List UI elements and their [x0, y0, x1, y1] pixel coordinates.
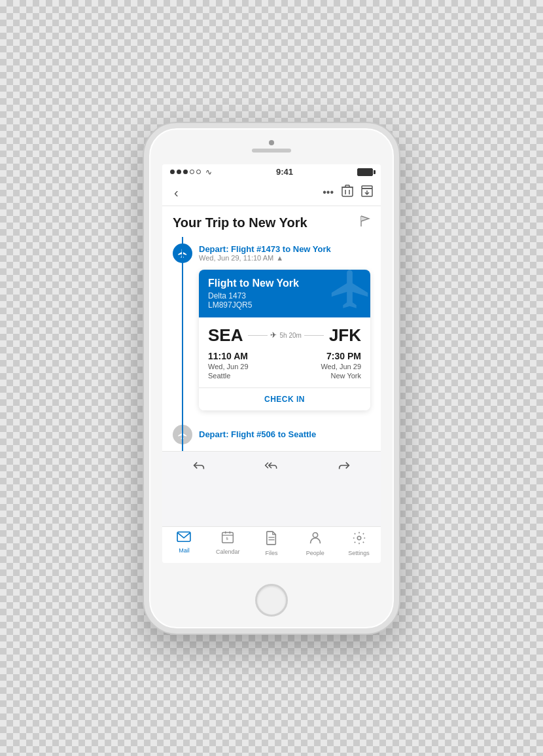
- people-icon: [308, 531, 323, 549]
- action-bar: [162, 451, 381, 482]
- tab-bar: Mail 5 Calendar: [162, 526, 381, 563]
- depart-time: 11:10 AM: [208, 351, 249, 361]
- screen: ∿ 9:41 ‹ •••: [162, 164, 381, 563]
- checkin-button[interactable]: CHECK IN: [199, 387, 370, 410]
- signal-dot-4: [190, 170, 194, 174]
- status-bar: ∿ 9:41: [162, 164, 381, 180]
- plane-watermark-icon: [328, 270, 370, 317]
- nav-actions: •••: [323, 185, 373, 200]
- phone-shell: ∿ 9:41 ‹ •••: [144, 123, 399, 634]
- people-label: People: [306, 550, 324, 556]
- arrive-date: Wed, Jun 29: [321, 363, 361, 370]
- flight-plane-icon: ✈: [270, 331, 277, 340]
- status-left: ∿: [170, 168, 212, 177]
- flight-card: Flight to New York Delta 1473 LM897JQR5: [199, 270, 370, 410]
- flag-icon[interactable]: [360, 215, 370, 230]
- arrive-code: JFK: [329, 325, 361, 346]
- tab-files[interactable]: Files: [250, 531, 294, 560]
- status-time: 9:41: [276, 167, 293, 177]
- flight-line-left: [248, 335, 268, 336]
- content-area: Your Trip to New York: [162, 206, 381, 526]
- svg-text:5: 5: [226, 537, 229, 541]
- signal-dot-5: [196, 170, 201, 174]
- flight-card-body: SEA ✈ 5h 20m JFK: [199, 317, 370, 387]
- status-right: [357, 168, 373, 176]
- files-icon: [266, 531, 277, 549]
- nav-bar: ‹ •••: [162, 180, 381, 206]
- reply-all-button[interactable]: [264, 458, 279, 476]
- timeline-bar: [182, 237, 183, 451]
- arrive-details: 7:30 PM Wed, Jun 29 New York: [321, 351, 361, 380]
- flight-card-wrapper: Flight to New York Delta 1473 LM897JQR5: [162, 270, 381, 417]
- trip-header: Your Trip to New York: [162, 206, 381, 237]
- flight-route: SEA ✈ 5h 20m JFK: [208, 325, 361, 346]
- more-button[interactable]: •••: [323, 187, 334, 198]
- flight-card-header: Flight to New York Delta 1473 LM897JQR5: [199, 270, 370, 317]
- trip-title: Your Trip to New York: [173, 215, 307, 230]
- forward-button[interactable]: [337, 458, 351, 476]
- arrive-time: 7:30 PM: [326, 351, 361, 361]
- flight-1-title: Depart: Flight #1473 to New York: [199, 244, 370, 254]
- tab-calendar[interactable]: 5 Calendar: [206, 531, 250, 560]
- settings-icon: [352, 531, 366, 549]
- reply-button[interactable]: [192, 458, 206, 476]
- battery-icon: [357, 168, 373, 176]
- tab-settings[interactable]: Settings: [337, 531, 381, 560]
- mail-label: Mail: [179, 547, 190, 554]
- flight-1-date: Wed, Jun 29, 11:10 AM ▲: [199, 254, 370, 262]
- svg-rect-0: [342, 187, 353, 196]
- flight-details: 11:10 AM Wed, Jun 29 Seattle 7:30 PM Wed…: [208, 351, 361, 380]
- flight-2-header[interactable]: Depart: Flight #506 to Seattle: [162, 418, 381, 451]
- depart-date: Wed, Jun 29: [208, 363, 249, 370]
- back-button[interactable]: ‹: [170, 184, 183, 202]
- flight-line-right: [304, 335, 324, 336]
- depart-city: Seattle: [208, 372, 249, 380]
- flight-duration: 5h 20m: [279, 332, 301, 339]
- speaker: [252, 149, 291, 153]
- svg-point-19: [313, 532, 317, 537]
- mail-icon: [177, 531, 191, 546]
- depart-code: SEA: [208, 325, 243, 346]
- flight-list: Depart: Flight #1473 to New York Wed, Ju…: [162, 237, 381, 451]
- archive-button[interactable]: [361, 185, 373, 200]
- arrive-city: New York: [331, 372, 361, 380]
- svg-rect-11: [177, 531, 190, 541]
- tab-people[interactable]: People: [293, 531, 337, 560]
- calendar-label: Calendar: [216, 549, 240, 555]
- tab-mail[interactable]: Mail: [162, 531, 206, 560]
- home-button[interactable]: [255, 584, 288, 617]
- flight-1-info: Depart: Flight #1473 to New York Wed, Ju…: [199, 244, 370, 262]
- signal-dot-3: [183, 170, 188, 174]
- expand-icon: ▲: [276, 254, 283, 262]
- signal-dot-2: [177, 170, 181, 174]
- flight-1-header[interactable]: Depart: Flight #1473 to New York Wed, Ju…: [162, 237, 381, 270]
- wifi-icon: ∿: [205, 168, 212, 177]
- signal-dot-1: [170, 170, 175, 174]
- depart-details: 11:10 AM Wed, Jun 29 Seattle: [208, 351, 249, 380]
- settings-label: Settings: [348, 550, 370, 556]
- svg-point-20: [357, 536, 361, 540]
- flight-2-title: Depart: Flight #506 to Seattle: [199, 429, 316, 439]
- delete-button[interactable]: [342, 185, 353, 200]
- files-label: Files: [265, 550, 277, 556]
- camera: [269, 140, 274, 145]
- timeline-container: Depart: Flight #1473 to New York Wed, Ju…: [162, 237, 381, 451]
- flight-middle: ✈ 5h 20m: [243, 331, 328, 340]
- phone-top: [252, 140, 291, 153]
- calendar-icon: 5: [221, 531, 234, 547]
